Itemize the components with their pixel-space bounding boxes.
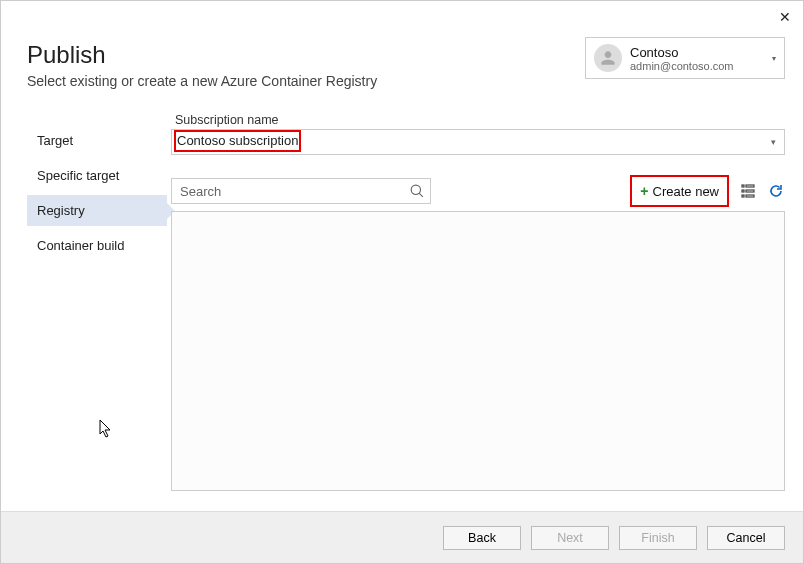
finish-button: Finish — [619, 526, 697, 550]
back-button[interactable]: Back — [443, 526, 521, 550]
step-container-build[interactable]: Container build — [27, 230, 167, 261]
step-target[interactable]: Target — [27, 125, 167, 156]
search-icon — [410, 184, 424, 198]
footer: Back Next Finish Cancel — [1, 511, 803, 563]
svg-rect-0 — [742, 185, 744, 187]
refresh-icon[interactable] — [767, 182, 785, 200]
close-icon[interactable]: ✕ — [779, 9, 791, 25]
svg-rect-4 — [742, 195, 744, 197]
wizard-steps: Target Specific target Registry Containe… — [27, 125, 167, 265]
next-button: Next — [531, 526, 609, 550]
svg-rect-1 — [746, 185, 754, 187]
search-input[interactable]: Search — [171, 178, 431, 204]
step-label: Specific target — [37, 168, 119, 183]
subscription-label: Subscription name — [175, 113, 785, 127]
page-title: Publish — [27, 41, 785, 69]
page-subtitle: Select existing or create a new Azure Co… — [27, 73, 785, 89]
search-placeholder: Search — [180, 184, 221, 199]
step-specific-target[interactable]: Specific target — [27, 160, 167, 191]
highlight-box: + Create new — [630, 175, 729, 207]
registry-list[interactable] — [171, 211, 785, 491]
highlight-box: Contoso subscription — [174, 130, 301, 152]
svg-rect-3 — [746, 190, 754, 192]
subscription-select[interactable]: Contoso subscription ▾ — [171, 129, 785, 155]
subscription-value: Contoso subscription — [177, 133, 298, 148]
plus-icon: + — [640, 183, 648, 199]
step-label: Container build — [37, 238, 124, 253]
cursor-icon — [99, 419, 115, 439]
cancel-button[interactable]: Cancel — [707, 526, 785, 550]
step-label: Registry — [37, 203, 85, 218]
step-registry[interactable]: Registry — [27, 195, 167, 226]
create-new-button[interactable]: + Create new — [634, 179, 725, 203]
chevron-down-icon: ▾ — [771, 137, 776, 147]
view-options-icon[interactable] — [739, 182, 757, 200]
svg-rect-2 — [742, 190, 744, 192]
step-label: Target — [37, 133, 73, 148]
create-new-label: Create new — [653, 184, 719, 199]
svg-rect-5 — [746, 195, 754, 197]
